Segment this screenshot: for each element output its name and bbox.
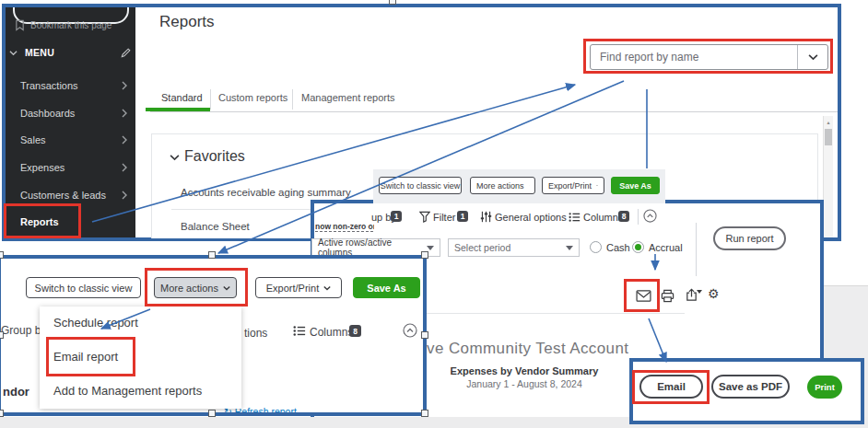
find-report-dropdown[interactable]: Find report by name: [590, 44, 828, 70]
chevron-right-icon: [122, 163, 127, 172]
export-buttons-window: Email Save as PDF Print: [629, 358, 864, 424]
selection-handle[interactable]: [0, 331, 4, 339]
selection-handle[interactable]: [421, 410, 428, 417]
filter-count-badge: 1: [457, 211, 468, 222]
columns-icon: [569, 212, 581, 223]
columns-icon: [293, 325, 306, 337]
sidebar-item-expenses[interactable]: Expenses: [20, 162, 65, 173]
general-options-icon: [480, 211, 492, 223]
print-button[interactable]: Print: [807, 376, 842, 399]
print-icon[interactable]: [661, 289, 674, 303]
chevron-down-icon: [596, 183, 598, 188]
chevron-right-icon: [122, 81, 127, 90]
tab-separator: [292, 89, 293, 110]
accrual-radio[interactable]: [632, 241, 644, 253]
sidebar-item-customers[interactable]: Customers & leads: [20, 190, 106, 201]
favorite-row-balance-sheet[interactable]: Balance Sheet: [181, 221, 250, 232]
columns-count-badge: 8: [349, 325, 361, 337]
selection-handle[interactable]: [389, 0, 396, 5]
chevron-right-icon: [122, 135, 127, 145]
select-period-value: Select period: [454, 242, 510, 253]
refresh-report-label: Refresh report: [235, 406, 297, 416]
cash-radio[interactable]: [590, 241, 602, 253]
select-period-dropdown[interactable]: Select period: [448, 238, 580, 257]
section-separator: [696, 223, 697, 276]
sidebar-item-sales[interactable]: Sales: [20, 134, 46, 145]
bookmark-label: Bookmark this page: [30, 20, 111, 30]
caret-down-icon: [566, 246, 573, 250]
caret-down-icon: [427, 246, 434, 250]
scrollbar-thumb[interactable]: [825, 129, 832, 145]
export-print-label: Export/Print: [548, 181, 592, 191]
menu-label: MENU: [25, 47, 54, 58]
chevron-down-icon: [9, 50, 18, 56]
switch-classic-view-button[interactable]: Switch to classic view: [379, 177, 462, 194]
favorites-chevron-icon[interactable]: [170, 154, 180, 161]
chevron-down-icon[interactable]: [797, 45, 827, 69]
scrollbar-up-icon[interactable]: ▴: [824, 116, 833, 128]
favorites-title: Favorites: [184, 148, 245, 165]
find-report-placeholder: Find report by name: [591, 51, 698, 64]
white-chip: [241, 366, 319, 411]
selection-handle[interactable]: [421, 331, 428, 339]
more-actions-button[interactable]: More actions: [470, 177, 535, 194]
edit-pencil-icon[interactable]: [121, 47, 132, 58]
more-actions-label: More actions: [476, 181, 524, 191]
selection-handle[interactable]: [421, 251, 428, 259]
tab-custom-reports[interactable]: Custom reports: [218, 92, 287, 103]
collapse-panel-icon[interactable]: [643, 209, 657, 223]
chevron-down-icon: [223, 285, 230, 291]
page-title: Reports: [159, 13, 215, 31]
toolbar-separator: [638, 209, 639, 225]
selection-handle[interactable]: [0, 410, 4, 417]
gear-icon[interactable]: ⚙: [708, 286, 720, 301]
general-options-label[interactable]: General options: [495, 212, 567, 223]
icons-row-divider: [416, 313, 685, 314]
chevron-right-icon: [122, 109, 127, 118]
save-as-button[interactable]: Save As: [611, 177, 660, 194]
chevron-right-icon: [122, 191, 127, 200]
columns-fragment-label: Columns: [310, 326, 353, 339]
sidebar-item-reports[interactable]: Reports: [20, 216, 59, 227]
tab-separator: [210, 89, 211, 110]
nonzero-chip: now non-zero or a: [315, 204, 374, 236]
save-as-pdf-button[interactable]: Save as PDF: [711, 375, 790, 399]
menu-item-email-report[interactable]: Email report: [53, 350, 118, 364]
export-caret-icon: [697, 290, 702, 294]
nonzero-link[interactable]: now non-zero or a: [315, 222, 374, 232]
selection-handle[interactable]: [208, 251, 216, 259]
export-icon[interactable]: [685, 288, 698, 302]
selection-handle[interactable]: [208, 410, 216, 417]
options-fragment: tions: [244, 327, 267, 340]
export-print-label: Export/Print: [266, 283, 319, 294]
group-by-count-badge: 1: [391, 211, 402, 222]
sidebar-item-bookmark[interactable]: Bookmark this page: [15, 19, 111, 31]
menu-item-schedule-report[interactable]: Schedule report: [53, 316, 138, 330]
export-print-button[interactable]: Export/Print: [542, 177, 604, 194]
group-by-fragment: Group b: [1, 324, 41, 337]
collapse-panel-icon[interactable]: [403, 323, 417, 338]
more-actions-button[interactable]: More actions: [154, 277, 237, 298]
sidebar-item-dashboards[interactable]: Dashboards: [20, 108, 75, 119]
columns-label[interactable]: Columns: [583, 212, 623, 223]
selection-handle[interactable]: [0, 251, 4, 259]
save-as-button[interactable]: Save As: [353, 277, 420, 298]
filter-label[interactable]: Filter: [433, 212, 455, 223]
scrollbar[interactable]: ▴: [823, 116, 833, 237]
columns-count-badge: 8: [618, 211, 629, 222]
menu-item-add-to-management[interactable]: Add to Management reports: [53, 384, 202, 398]
switch-classic-view-button[interactable]: Switch to classic view: [26, 277, 141, 298]
accrual-label: Accrual: [649, 242, 683, 253]
tabs-divider: [150, 111, 838, 112]
run-report-button[interactable]: Run report: [713, 226, 786, 250]
report-title: Expenses by Vendor Summary: [405, 365, 644, 376]
email-icon[interactable]: [636, 290, 651, 302]
sidebar-menu-row[interactable]: MENU: [9, 47, 132, 58]
sidebar-item-transactions[interactable]: Transactions: [20, 80, 78, 91]
export-print-button[interactable]: Export/Print: [255, 277, 342, 298]
mini-toolbar: Switch to classic view More actions Expo…: [373, 169, 665, 203]
tab-standard[interactable]: Standard: [161, 92, 203, 103]
email-button[interactable]: Email: [639, 375, 703, 399]
tab-management-reports[interactable]: Management reports: [301, 92, 395, 103]
favorite-row-ar-aging[interactable]: Accounts receivable aging summary: [181, 187, 351, 198]
